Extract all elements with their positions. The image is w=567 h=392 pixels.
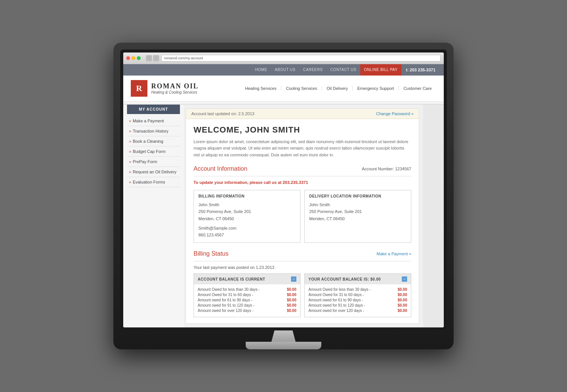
- logo-box: R: [131, 80, 147, 97]
- main-header: R ROMAN OIL Heating & Cooling Services H…: [123, 76, 444, 102]
- arrow-icon: »: [129, 139, 131, 144]
- back-button[interactable]: ‹: [146, 55, 152, 61]
- sidebar-item-evaluation[interactable]: » Evaluation Forms: [127, 177, 180, 187]
- browser-nav: ‹ ›: [146, 55, 159, 61]
- maximize-button[interactable]: [137, 56, 141, 60]
- balance-row: Amount owed for 91 to 120 days - $0.00: [198, 303, 296, 307]
- billing-name: John Smith: [198, 201, 296, 208]
- balance-box-2-header: YOUR ACCOUNT BALANCE IS: $0.00 ✓: [305, 274, 411, 284]
- balance-boxes: ACCOUNT BALANCE IS CURRENT ✓ Amount Owed…: [194, 273, 411, 317]
- balance-box-2-title: YOUR ACCOUNT BALANCE IS: $0.00: [308, 277, 381, 281]
- balance-box-2: YOUR ACCOUNT BALANCE IS: $0.00 ✓ Amount …: [304, 273, 411, 317]
- balance-icon-1: ✓: [291, 276, 296, 282]
- update-text: To update your information, please call …: [194, 180, 411, 185]
- delivery-info-title: DELIVERY LOCATION INFORMATION: [309, 194, 406, 198]
- sidebar-item-budget[interactable]: » Budget Cap Form: [127, 147, 180, 157]
- nav-cooling[interactable]: Cooling Services: [281, 86, 322, 91]
- nav-bill-pay[interactable]: ONLINE BILL PAY: [360, 64, 401, 76]
- content-inner: WELCOME, JOHN SMITH Lorem ipsum dolor si…: [186, 119, 419, 323]
- balance-row: Amount Owed for 31 to 60 days - $0.00: [198, 293, 296, 297]
- nav-oil-delivery[interactable]: Oil Delivery: [322, 86, 353, 91]
- nav-emergency[interactable]: Emergency Support: [353, 86, 399, 91]
- billing-email: Smith@Sample.com: [198, 225, 296, 232]
- nav-customer-care[interactable]: Customer Care: [399, 86, 436, 91]
- nav-home[interactable]: HOME: [251, 64, 271, 76]
- forward-button[interactable]: ›: [153, 55, 159, 61]
- balance-icon-2: ✓: [402, 276, 407, 282]
- balance-row: Amount Owed for less than 30 days - $0.0…: [308, 287, 407, 292]
- welcome-text: Lorem ipsum dolor sit amet, consectetuer…: [194, 139, 411, 159]
- main-nav: Heating Services Cooling Services Oil De…: [240, 86, 436, 91]
- sidebar-title: MY ACCOUNT: [127, 105, 180, 114]
- arrow-icon: »: [129, 119, 131, 123]
- logo-sub: Heating & Cooling Services: [151, 90, 199, 94]
- right-deco: [423, 105, 444, 327]
- divider: [194, 176, 411, 176]
- sidebar-item-payment[interactable]: » Make a Payment: [127, 116, 180, 126]
- nav-heating[interactable]: Heating Services: [240, 86, 281, 91]
- last-payment-text: Your last payment was posted on 1.23.201…: [194, 265, 411, 270]
- balance-box-1-title: ACCOUNT BALANCE IS CURRENT: [198, 277, 265, 281]
- nav-about[interactable]: ABOUT US: [271, 64, 299, 76]
- delivery-info-content: John Smith 250 Pomeroy Ave, Suite 201 Me…: [309, 201, 406, 222]
- main-content: MY ACCOUNT » Make a Payment » Transactio…: [123, 105, 444, 327]
- arrow-icon: »: [129, 170, 131, 174]
- billing-status-header: Billing Status Make a Payment »: [194, 250, 411, 257]
- balance-box-1-content: Amount Owed for less than 30 days - $0.0…: [194, 284, 300, 317]
- delivery-info-box: DELIVERY LOCATION INFORMATION John Smith…: [304, 190, 411, 243]
- logo-name: ROMAN OIL: [151, 82, 199, 90]
- sidebar-item-oil-delivery[interactable]: » Request an Oil Delivery: [127, 167, 180, 177]
- stand-base: [246, 342, 321, 349]
- phone-number: t: 203 235-3371: [401, 68, 440, 72]
- account-info-title: Account Information: [194, 165, 247, 172]
- sidebar-item-cleaning[interactable]: » Book a Cleaning: [127, 136, 180, 147]
- info-boxes: BILLING INFORMATION John Smith 250 Pomer…: [194, 190, 411, 243]
- traffic-lights: [126, 56, 141, 60]
- top-nav-items: HOME ABOUT US CAREERS CONTACT US ONLINE …: [251, 64, 440, 76]
- stand-neck: [268, 330, 299, 342]
- balance-row: Amount owed for 61 to 90 days - $0.00: [198, 298, 296, 302]
- update-highlight: please call us at: [249, 180, 281, 185]
- nav-careers[interactable]: CAREERS: [299, 64, 327, 76]
- change-password-link[interactable]: Change Password »: [376, 111, 414, 116]
- balance-row: Amount Owed for 31 to 60 days - $0.00: [308, 293, 407, 297]
- account-banner: Account last updated on: 2.5.2013 Change…: [186, 109, 419, 119]
- billing-phone: 860.123.4567: [198, 231, 296, 239]
- top-nav: HOME ABOUT US CAREERS CONTACT US ONLINE …: [123, 64, 444, 76]
- account-number: Account Number: 1234567: [362, 167, 411, 171]
- logo-area: R ROMAN OIL Heating & Cooling Services: [131, 80, 199, 97]
- arrow-icon: »: [129, 149, 131, 154]
- arrow-icon: »: [129, 159, 131, 164]
- monitor-stand: [120, 330, 447, 349]
- sidebar-item-history[interactable]: » Transaction History: [127, 126, 180, 136]
- billing-info-content: John Smith 250 Pomeroy Ave, Suite 201 Me…: [198, 201, 296, 239]
- balance-row: Amount owed for over 120 days - $0.00: [308, 309, 407, 313]
- arrow-icon: »: [129, 180, 131, 184]
- nav-contact[interactable]: CONTACT US: [327, 64, 360, 76]
- address-bar[interactable]: romanoil.com/my-account: [161, 55, 441, 62]
- delivery-city: Meriden, CT 06450: [309, 215, 406, 222]
- sub-header: [123, 102, 444, 105]
- billing-info-box: BILLING INFORMATION John Smith 250 Pomer…: [194, 190, 301, 243]
- balance-row: Amount owed for over 120 days - $0.00: [198, 309, 296, 313]
- arrow-icon: »: [129, 129, 131, 133]
- welcome-title: WELCOME, JOHN SMITH: [194, 125, 411, 135]
- browser-chrome: ‹ › romanoil.com/my-account: [123, 52, 444, 64]
- logo-text: ROMAN OIL Heating & Cooling Services: [151, 82, 199, 94]
- make-payment-link[interactable]: Make a Payment »: [376, 252, 411, 256]
- banner-text: Account last updated on: 2.5.2013: [191, 111, 254, 116]
- account-info-header: Account Information Account Number: 1234…: [194, 165, 411, 172]
- sidebar: MY ACCOUNT » Make a Payment » Transactio…: [123, 105, 184, 327]
- balance-box-1: ACCOUNT BALANCE IS CURRENT ✓ Amount Owed…: [194, 273, 301, 317]
- sidebar-item-prepay[interactable]: » PrePay Form: [127, 157, 180, 167]
- delivery-address1: 250 Pomeroy Ave, Suite 201: [309, 208, 406, 215]
- balance-row: Amount Owed for less than 30 days - $0.0…: [198, 287, 296, 292]
- balance-row: Amount owed for 61 to 90 days - $0.00: [308, 298, 407, 302]
- content-area: Account last updated on: 2.5.2013 Change…: [186, 108, 419, 324]
- billing-info-title: BILLING INFORMATION: [198, 194, 296, 198]
- balance-box-2-content: Amount Owed for less than 30 days - $0.0…: [305, 284, 411, 317]
- close-button[interactable]: [126, 56, 130, 60]
- billing-address1: 250 Pomeroy Ave, Suite 201: [198, 208, 296, 215]
- minimize-button[interactable]: [132, 56, 135, 60]
- balance-box-1-header: ACCOUNT BALANCE IS CURRENT ✓: [194, 274, 300, 284]
